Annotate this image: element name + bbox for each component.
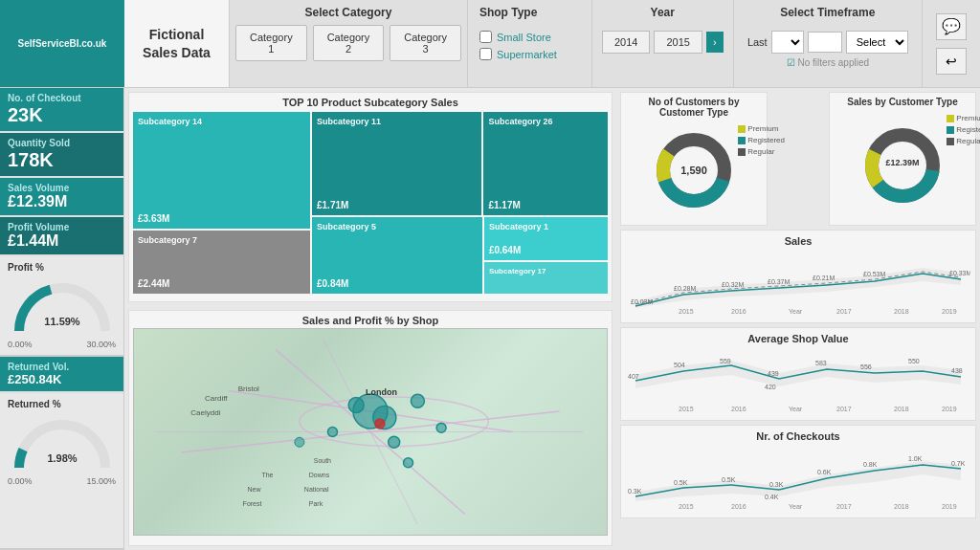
checkout-label: No. of Checkout: [8, 93, 116, 103]
shop-options: Small Store Supermarket: [479, 31, 557, 60]
svg-text:1.98%: 1.98%: [47, 452, 77, 464]
returned-pct-label: Returned %: [8, 399, 116, 409]
sales-donut-section: Sales by Customer Type £12.39M Premium: [829, 92, 976, 226]
map-container[interactable]: Cardiff Caelyddi Bristol South Downs Nat…: [133, 328, 608, 536]
treemap-cell-11[interactable]: Subcategory 11 £1.71M: [312, 112, 481, 215]
sales-volume-kpi: Sales Volume £12.39M: [0, 178, 123, 217]
svg-text:0.6K: 0.6K: [817, 469, 832, 475]
shop-type-section: Shop Type Small Store Supermarket: [468, 0, 592, 87]
timeframe-number-input[interactable]: 1: [808, 32, 842, 53]
treemap-title: TOP 10 Product Subcategory Sales: [133, 97, 608, 108]
treemap-cell-17-label: Subcategory 17: [489, 267, 546, 275]
svg-rect-67: [626, 444, 970, 511]
map-section: Sales and Profit % by Shop: [128, 310, 612, 546]
treemap-cell-11-label: Subcategory 11: [317, 117, 381, 126]
supermarket-checkbox[interactable]: [479, 48, 492, 60]
svg-text:Park: Park: [309, 500, 323, 507]
no-filters-text: ☑ No filters applied: [787, 57, 869, 68]
comment-icon-button[interactable]: 💬: [936, 13, 967, 40]
svg-text:Year: Year: [789, 503, 803, 510]
small-store-checkbox[interactable]: [479, 31, 492, 43]
sales-donut-svg: £12.39M: [859, 122, 946, 209]
customers-donut-title: No of Customers by Customer Type: [625, 97, 763, 118]
year-next-button[interactable]: ›: [706, 32, 724, 53]
timeframe-dropdown[interactable]: [771, 31, 804, 54]
svg-text:2015: 2015: [679, 503, 694, 510]
map-background: Cardiff Caelyddi Bristol South Downs Nat…: [134, 329, 607, 535]
treemap-cell-7-value: £2.44M: [138, 278, 305, 289]
timeframe-label: Select Timeframe: [780, 6, 875, 19]
icons-area: 💬 ↩: [923, 0, 980, 87]
customers-donut-svg: 1,590: [651, 127, 737, 213]
undo-icon-button[interactable]: ↩: [936, 48, 967, 75]
sales-chart-section: Sales £0.03M £0.28M £0.32M £0.37M £0.21M…: [620, 230, 976, 323]
treemap-cell-14[interactable]: Subcategory 14 £3.63M: [133, 112, 310, 229]
treemap-cell-26[interactable]: Subcategory 26 £1.17M: [483, 112, 608, 215]
returned-pct-high: 15.00%: [86, 476, 116, 486]
svg-text:£0.37M: £0.37M: [768, 278, 791, 285]
quantity-kpi: Quantity Sold 178K: [0, 133, 123, 178]
svg-point-22: [389, 436, 400, 448]
svg-text:2015: 2015: [679, 308, 694, 315]
treemap-cell-5-label: Subcategory 5: [317, 222, 376, 231]
svg-text:559: 559: [720, 358, 731, 364]
treemap-cell-26-value: £1.17M: [488, 200, 603, 210]
year-section: Year 2014 2015 ›: [592, 0, 734, 87]
svg-point-23: [327, 428, 337, 437]
svg-point-26: [295, 437, 304, 447]
profit-gauge-labels: 0.00% 30.00%: [8, 340, 116, 349]
treemap-cell-1-value: £0.64M: [489, 245, 603, 255]
treemap-cell-17[interactable]: Subcategory 17: [484, 262, 608, 294]
treemap-cell-7[interactable]: Subcategory 7 £2.44M: [133, 231, 310, 294]
svg-text:556: 556: [860, 363, 872, 370]
profit-pct-label: Profit %: [8, 262, 116, 273]
svg-text:1,590: 1,590: [680, 165, 707, 176]
returned-value: £250.84K: [8, 372, 116, 386]
sales-value: £12.39M: [8, 193, 116, 210]
treemap-cell-5-value: £0.84M: [317, 278, 478, 289]
treemap-col2-bot: Subcategory 5 £0.84M Subcategory 1 £0.64…: [312, 217, 608, 294]
svg-text:£0.33M: £0.33M: [949, 270, 970, 276]
avg-shop-chart-section: Average Shop Value 407 504 559 439 583 5…: [620, 327, 976, 421]
treemap-cell-14-value: £3.63M: [138, 213, 305, 224]
treemap-col2-bot-right: Subcategory 1 £0.64M Subcategory 17: [484, 217, 608, 294]
sales-donut-wrapper: £12.39M Premium Registered Regular: [859, 109, 946, 221]
category-2-button[interactable]: Category 2: [313, 25, 385, 61]
checkouts-chart-svg: 0.3K 0.5K 0.5K 0.3K 0.6K 0.8K 1.0K 0.7K …: [626, 444, 970, 511]
svg-text:550: 550: [908, 358, 920, 364]
svg-text:11.59%: 11.59%: [44, 316, 80, 327]
category-1-button[interactable]: Category 1: [235, 25, 307, 61]
timeframe-controls: Last 1 Select: [747, 31, 908, 54]
category-3-button[interactable]: Category 3: [390, 25, 461, 61]
checkout-value: 23K: [8, 103, 116, 126]
svg-text:0.4K: 0.4K: [765, 494, 779, 500]
svg-text:583: 583: [815, 360, 827, 366]
svg-text:Cardiff: Cardiff: [205, 394, 228, 403]
checkouts-chart-title: Nr. of Checkouts: [626, 430, 970, 442]
profit-gauge: 11.59%: [10, 275, 115, 338]
svg-point-21: [411, 394, 424, 407]
timeframe-last-label: Last: [747, 36, 768, 48]
year-2015-button[interactable]: 2015: [654, 31, 702, 54]
avg-shop-chart-title: Average Shop Value: [626, 333, 970, 344]
small-store-option[interactable]: Small Store: [479, 31, 557, 43]
dashboard-title: Fictional Sales Data: [132, 26, 221, 60]
treemap: Subcategory 14 £3.63M Subcategory 7 £2.4…: [133, 112, 608, 294]
treemap-cell-1-label: Subcategory 1: [489, 222, 548, 231]
year-2014-button[interactable]: 2014: [602, 31, 650, 54]
treemap-section: TOP 10 Product Subcategory Sales Subcate…: [128, 92, 612, 302]
supermarket-option[interactable]: Supermarket: [479, 48, 557, 60]
svg-text:£0.03M: £0.03M: [631, 298, 654, 305]
treemap-cell-5[interactable]: Subcategory 5 £0.84M: [312, 217, 482, 294]
svg-text:2016: 2016: [731, 503, 746, 510]
timeframe-select-dropdown[interactable]: Select: [846, 31, 908, 54]
svg-point-27: [375, 419, 385, 429]
treemap-cell-1[interactable]: Subcategory 1 £0.64M: [484, 217, 608, 260]
svg-text:0.5K: 0.5K: [722, 476, 736, 483]
quantity-value: 178K: [8, 148, 116, 171]
svg-text:504: 504: [674, 362, 685, 368]
svg-text:439: 439: [768, 370, 779, 377]
supermarket-label: Supermarket: [497, 49, 557, 60]
svg-text:£0.21M: £0.21M: [813, 275, 835, 281]
shop-type-label: Shop Type: [479, 6, 537, 19]
